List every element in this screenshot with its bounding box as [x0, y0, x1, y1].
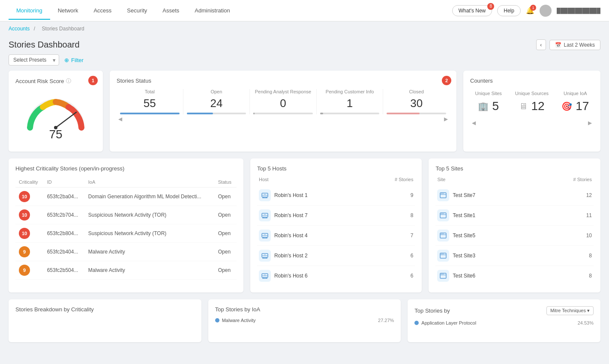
scroll-right-icon[interactable]: ▶	[442, 115, 450, 123]
nav-links: Monitoring Network Access Security Asset…	[9, 1, 452, 20]
gauge-svg	[21, 93, 90, 132]
stat-pending-analyst: Pending Analyst Response 0	[250, 89, 317, 114]
ioa-dot	[215, 318, 219, 322]
row-id: 653fc2b804...	[44, 224, 85, 243]
date-range-label: Last 2 Weeks	[564, 42, 595, 48]
nav-item-security[interactable]: Security	[119, 1, 155, 20]
host-name: Robin's Host 2	[274, 253, 308, 259]
nav-item-monitoring[interactable]: Monitoring	[9, 1, 50, 20]
table-row[interactable]: 9 653fc2b404... Malware Activity Open	[15, 243, 237, 261]
charts-row: Stories Breakdown by Criticality Top Sto…	[9, 299, 600, 342]
help-button[interactable]: Help	[497, 5, 521, 16]
ioa-icon: 🎯	[561, 101, 572, 111]
mitre-dropdown-button[interactable]: Mitre Techniques ▾	[546, 306, 594, 315]
host-icon	[259, 250, 271, 262]
crit-badge: 10	[19, 209, 30, 221]
list-item[interactable]: Robin's Host 6 6	[257, 266, 415, 286]
filter-button[interactable]: ⊕ Filter	[64, 57, 84, 63]
notification-icon[interactable]: 🔔 1	[526, 6, 534, 15]
list-item[interactable]: Robin's Host 4 7	[257, 226, 415, 246]
site-name: Test Site6	[453, 273, 475, 279]
breadcrumb-separator: /	[34, 26, 35, 32]
list-item[interactable]: Robin's Host 7 8	[257, 206, 415, 226]
counters-scroll-right-icon[interactable]: ▶	[586, 119, 594, 127]
hosts-col-stories: # Stories	[395, 177, 413, 182]
prev-button[interactable]: ‹	[536, 39, 546, 50]
host-icon	[259, 270, 271, 282]
table-row[interactable]: 10 653fc2b804... Suspicious Network Acti…	[15, 224, 237, 243]
scroll-left-icon[interactable]: ◀	[117, 115, 124, 123]
top5-sites-card: Top 5 Sites Site # Stories Test Site7 12	[429, 158, 600, 292]
host-icon	[259, 230, 271, 242]
chart-ioa-card: Top Stories by IoA Malware Activity 27.2…	[208, 299, 401, 342]
breadcrumb-current: Stories Dashboard	[42, 26, 84, 32]
chart-criticality-card: Stories Breakdown by Criticality	[9, 299, 201, 342]
list-item[interactable]: Test Site1 11	[435, 206, 594, 226]
date-range-button[interactable]: 📅 Last 2 Weeks	[549, 40, 600, 50]
mitre-label: Application Layer Protocol	[421, 320, 476, 325]
stat-pending-customer: Pending Customer Info 1	[317, 89, 384, 114]
site-icon	[437, 189, 449, 201]
info-icon[interactable]: ⓘ	[66, 78, 71, 85]
site-count: 10	[586, 233, 592, 239]
row-id: 653fc2b504...	[44, 261, 85, 280]
table-row[interactable]: 10 653fc2b704... Suspicious Network Acti…	[15, 206, 237, 224]
row-ioa: Suspicious Network Activity (TOR)	[85, 206, 215, 224]
mitre-dropdown-icon: ▾	[587, 308, 590, 313]
sites-list-header: Site # Stories	[435, 177, 594, 182]
site-icon	[437, 250, 449, 262]
host-count: 6	[411, 273, 414, 279]
top5-hosts-title: Top 5 Hosts	[257, 165, 415, 172]
bottom-row: Highest Criticality Stories (open/in-pro…	[9, 158, 600, 292]
svg-rect-7	[264, 194, 266, 195]
chart-criticality-title: Stories Breakdown by Criticality	[15, 306, 195, 313]
gauge-value: 75	[49, 128, 62, 141]
list-item[interactable]: Robin's Host 2 6	[257, 246, 415, 266]
site-count: 11	[586, 212, 592, 218]
list-item[interactable]: Test Site5 10	[435, 226, 594, 246]
chart-ioa-title: Top Stories by IoA	[215, 306, 261, 313]
page-title: Stories Dashboard	[9, 40, 80, 50]
svg-point-56	[443, 274, 444, 274]
toolbar: Select Presets ⊕ Filter	[0, 54, 609, 71]
host-count: 9	[411, 192, 414, 198]
breadcrumb-parent[interactable]: Accounts	[9, 26, 30, 32]
table-row[interactable]: 9 653fc2b504... Malware Activity Open	[15, 261, 237, 280]
counter-sites: Unique Sites 🏢 5	[470, 91, 507, 113]
svg-point-45	[442, 233, 443, 234]
avatar[interactable]	[540, 5, 552, 17]
whats-new-button[interactable]: What's New 8	[452, 5, 492, 16]
table-row[interactable]: 10 653fc2ba04... Domain Generation Algor…	[15, 188, 237, 206]
nav-item-administration[interactable]: Administration	[187, 1, 237, 20]
row-id: 653fc2b704...	[44, 206, 85, 224]
svg-point-54	[441, 274, 442, 274]
svg-point-41	[443, 213, 444, 214]
list-item[interactable]: Test Site7 12	[435, 185, 594, 206]
header-right: ‹ 📅 Last 2 Weeks	[536, 39, 600, 50]
list-item[interactable]: Test Site3 8	[435, 246, 594, 266]
site-count: 8	[589, 253, 592, 259]
svg-rect-31	[264, 274, 266, 275]
site-name: Test Site7	[453, 192, 475, 198]
list-item[interactable]: Test Site6 8	[435, 266, 594, 286]
list-item[interactable]: Robin's Host 1 9	[257, 185, 415, 206]
hosts-list-header: Host # Stories	[257, 177, 415, 182]
counters-scroll-left-icon[interactable]: ◀	[470, 119, 477, 127]
nav-item-access[interactable]: Access	[86, 1, 119, 20]
main-content: Account Risk Score ⓘ 1 75	[0, 71, 609, 351]
chart-mitre-header: Top Stories by Mitre Techniques ▾	[414, 306, 594, 315]
counters-scroll-row: ◀ ▶	[470, 118, 594, 127]
counter-sources: Unique Sources 🖥 12	[513, 91, 550, 113]
svg-point-50	[442, 254, 443, 254]
host-icon	[259, 189, 271, 201]
svg-point-36	[443, 193, 444, 194]
nav-item-assets[interactable]: Assets	[155, 1, 187, 20]
nav-item-network[interactable]: Network	[50, 1, 86, 20]
svg-point-49	[441, 254, 442, 254]
criticality-card: Highest Criticality Stories (open/in-pro…	[9, 158, 243, 292]
svg-line-0	[56, 112, 76, 128]
host-count: 8	[411, 212, 414, 218]
preset-select[interactable]: Select Presets	[9, 54, 59, 66]
chart-mitre-title: Top Stories by	[414, 307, 450, 314]
site-icon	[437, 230, 449, 242]
